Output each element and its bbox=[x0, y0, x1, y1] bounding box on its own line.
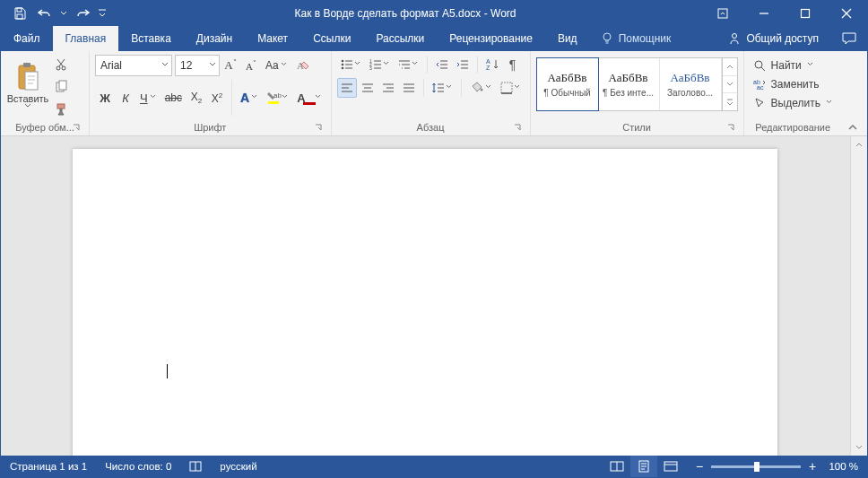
ribbon-options-button[interactable] bbox=[702, 1, 743, 26]
status-words[interactable]: Число слов: 0 bbox=[96, 456, 180, 477]
view-print-layout[interactable] bbox=[630, 456, 657, 477]
status-proofing[interactable] bbox=[180, 456, 211, 477]
scroll-up[interactable] bbox=[851, 136, 867, 152]
view-web-layout[interactable] bbox=[657, 456, 684, 477]
maximize-button[interactable] bbox=[785, 1, 826, 26]
tab-design[interactable]: Дизайн bbox=[184, 26, 245, 51]
group-styles-label: Стили bbox=[622, 122, 651, 133]
tab-view[interactable]: Вид bbox=[545, 26, 590, 51]
save-button[interactable] bbox=[8, 2, 31, 25]
shading-button[interactable] bbox=[466, 78, 496, 98]
superscript-button[interactable]: X2 bbox=[207, 88, 227, 108]
gallery-down[interactable] bbox=[723, 76, 737, 94]
underline-button[interactable]: Ч bbox=[136, 88, 161, 108]
align-left-button[interactable] bbox=[337, 78, 357, 98]
font-name-combo[interactable]: Arial bbox=[95, 55, 172, 76]
bullets-icon bbox=[341, 59, 353, 70]
zoom-out-button[interactable]: − bbox=[693, 460, 706, 473]
view-read-mode[interactable] bbox=[603, 456, 630, 477]
shrink-font-button[interactable]: A˅ bbox=[241, 56, 261, 75]
borders-button[interactable] bbox=[497, 78, 525, 98]
collapse-ribbon-button[interactable] bbox=[842, 51, 864, 135]
change-case-button[interactable]: Aa bbox=[262, 56, 291, 75]
page[interactable] bbox=[73, 149, 777, 456]
minimize-button[interactable] bbox=[743, 1, 785, 26]
group-editing-label: Редактирование bbox=[755, 122, 830, 133]
tab-layout[interactable]: Макет bbox=[245, 26, 300, 51]
undo-button[interactable] bbox=[33, 2, 56, 25]
zoom-thumb[interactable] bbox=[754, 462, 760, 472]
format-painter-button[interactable] bbox=[51, 100, 71, 119]
find-button[interactable]: Найти bbox=[750, 56, 818, 74]
vertical-scrollbar[interactable] bbox=[850, 136, 867, 456]
tab-insert[interactable]: Вставка bbox=[118, 26, 184, 51]
tab-file[interactable]: Файл bbox=[1, 26, 53, 51]
justify-button[interactable] bbox=[399, 78, 419, 98]
document-viewport[interactable] bbox=[1, 136, 850, 456]
font-color-button[interactable]: A bbox=[293, 88, 325, 108]
redo-button[interactable] bbox=[71, 2, 94, 25]
close-button[interactable] bbox=[826, 1, 867, 26]
numbering-button[interactable]: 123 bbox=[366, 55, 394, 74]
replace-button[interactable]: abac Заменить bbox=[750, 75, 823, 93]
group-font-label: Шрифт bbox=[194, 122, 226, 133]
paragraph-launcher[interactable] bbox=[512, 123, 523, 134]
italic-button[interactable]: К bbox=[116, 88, 135, 108]
tell-me[interactable]: Помощник bbox=[590, 26, 682, 51]
share-icon bbox=[728, 32, 741, 45]
select-button[interactable]: Выделить bbox=[750, 94, 837, 112]
zoom-in-button[interactable]: + bbox=[806, 460, 819, 473]
chevron-up-icon bbox=[847, 123, 858, 132]
styles-launcher[interactable] bbox=[725, 123, 736, 134]
increase-indent-button[interactable] bbox=[453, 55, 473, 74]
tab-mailings[interactable]: Рассылки bbox=[363, 26, 437, 51]
show-marks-button[interactable]: ¶ bbox=[503, 55, 523, 74]
font-size-combo[interactable]: 12 bbox=[175, 55, 220, 76]
tab-references[interactable]: Ссылки bbox=[300, 26, 363, 51]
scroll-down[interactable] bbox=[851, 439, 867, 456]
svg-text:A: A bbox=[486, 58, 490, 65]
bullets-button[interactable] bbox=[337, 55, 365, 74]
highlight-button[interactable]: ab bbox=[263, 88, 292, 108]
font-launcher[interactable] bbox=[313, 123, 324, 134]
clear-formatting-button[interactable]: A bbox=[292, 56, 314, 75]
font-name-value: Arial bbox=[100, 59, 122, 72]
find-label: Найти bbox=[771, 59, 802, 72]
share-button[interactable]: Общий доступ bbox=[716, 26, 831, 51]
svg-rect-12 bbox=[59, 81, 66, 90]
copy-button[interactable] bbox=[51, 77, 71, 97]
status-page[interactable]: Страница 1 из 1 bbox=[1, 456, 96, 477]
qat-customize[interactable] bbox=[96, 2, 108, 25]
bold-button[interactable]: Ж bbox=[95, 88, 115, 108]
gallery-more[interactable] bbox=[723, 93, 737, 110]
cut-button[interactable] bbox=[51, 55, 71, 74]
style-no-spacing[interactable]: АаБбВв ¶ Без инте... bbox=[598, 58, 660, 110]
style-normal[interactable]: АаБбВв ¶ Обычный bbox=[536, 57, 599, 111]
zoom-value[interactable]: 100 % bbox=[824, 461, 858, 472]
tab-home[interactable]: Главная bbox=[53, 26, 119, 51]
text-effects-button[interactable]: A bbox=[237, 88, 262, 108]
strikethrough-button[interactable]: abc bbox=[161, 88, 186, 108]
paste-button[interactable]: Вставить bbox=[6, 55, 49, 116]
comments-button[interactable] bbox=[831, 26, 867, 51]
status-language[interactable]: русский bbox=[211, 456, 265, 477]
style-heading1[interactable]: АаБбВв Заголово... bbox=[660, 58, 722, 110]
tab-review[interactable]: Рецензирование bbox=[437, 26, 545, 51]
svg-point-20 bbox=[341, 67, 343, 70]
ribbon-tabs: Файл Главная Вставка Дизайн Макет Ссылки… bbox=[1, 26, 867, 51]
grow-font-button[interactable]: A˄ bbox=[221, 56, 240, 75]
sort-icon: AZ bbox=[486, 58, 499, 71]
svg-point-26 bbox=[480, 89, 482, 91]
scroll-track[interactable] bbox=[851, 152, 867, 439]
multilevel-list-button[interactable] bbox=[395, 55, 422, 74]
line-spacing-button[interactable] bbox=[429, 78, 456, 98]
zoom-slider[interactable] bbox=[711, 465, 801, 468]
align-right-button[interactable] bbox=[378, 78, 398, 98]
clipboard-launcher[interactable] bbox=[71, 123, 82, 134]
decrease-indent-button[interactable] bbox=[432, 55, 452, 74]
sort-button[interactable]: AZ bbox=[482, 55, 502, 74]
gallery-up[interactable] bbox=[723, 58, 737, 76]
undo-dropdown[interactable] bbox=[58, 2, 69, 25]
align-center-button[interactable] bbox=[358, 78, 378, 98]
subscript-button[interactable]: X2 bbox=[187, 88, 206, 108]
